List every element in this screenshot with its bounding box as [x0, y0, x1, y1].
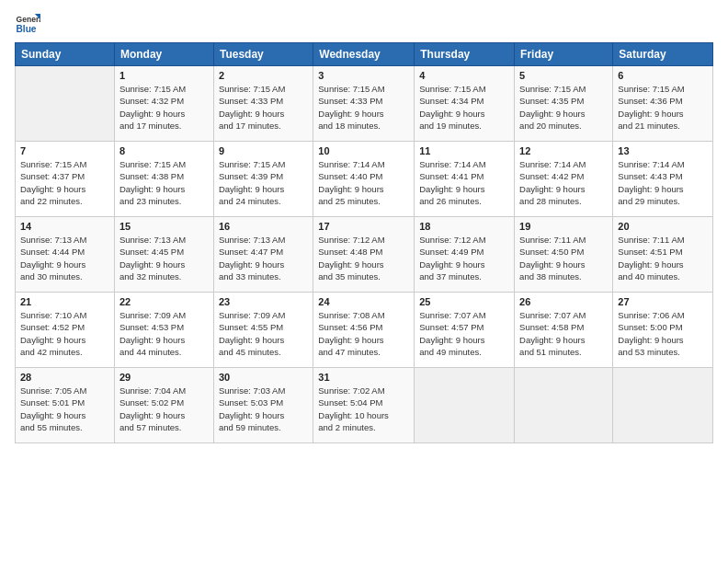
day-number: 2 — [219, 70, 308, 81]
day-number: 19 — [519, 221, 608, 232]
calendar-body: 1Sunrise: 7:15 AMSunset: 4:32 PMDaylight… — [16, 66, 713, 443]
calendar-cell: 7Sunrise: 7:15 AMSunset: 4:37 PMDaylight… — [16, 142, 115, 217]
calendar-cell — [515, 368, 613, 443]
day-number: 21 — [20, 296, 109, 307]
day-info: Sunrise: 7:09 AMSunset: 4:53 PMDaylight:… — [119, 309, 209, 358]
calendar-cell: 25Sunrise: 7:07 AMSunset: 4:57 PMDayligh… — [415, 293, 515, 368]
day-number: 12 — [519, 145, 608, 156]
svg-text:Blue: Blue — [17, 24, 37, 34]
calendar-cell: 23Sunrise: 7:09 AMSunset: 4:55 PMDayligh… — [213, 293, 313, 368]
day-info: Sunrise: 7:07 AMSunset: 4:58 PMDaylight:… — [519, 309, 608, 358]
day-info: Sunrise: 7:02 AMSunset: 5:04 PMDaylight:… — [318, 385, 409, 433]
calendar-cell: 28Sunrise: 7:05 AMSunset: 5:01 PMDayligh… — [16, 368, 115, 443]
logo-icon: General Blue — [15, 11, 40, 37]
day-number: 31 — [318, 372, 409, 383]
day-info: Sunrise: 7:14 AMSunset: 4:40 PMDaylight:… — [318, 158, 409, 207]
day-number: 14 — [20, 221, 109, 232]
day-info: Sunrise: 7:14 AMSunset: 4:42 PMDaylight:… — [519, 158, 608, 207]
day-info: Sunrise: 7:03 AMSunset: 5:03 PMDaylight:… — [219, 385, 308, 433]
day-number: 24 — [318, 296, 409, 307]
day-number: 23 — [219, 296, 308, 307]
day-info: Sunrise: 7:13 AMSunset: 4:44 PMDaylight:… — [20, 234, 109, 282]
weekday-header-tuesday: Tuesday — [213, 43, 313, 66]
day-info: Sunrise: 7:08 AMSunset: 4:56 PMDaylight:… — [318, 309, 409, 358]
day-info: Sunrise: 7:12 AMSunset: 4:49 PMDaylight:… — [419, 234, 509, 282]
day-number: 17 — [318, 221, 409, 232]
calendar-cell: 2Sunrise: 7:15 AMSunset: 4:33 PMDaylight… — [213, 66, 313, 142]
calendar-cell: 1Sunrise: 7:15 AMSunset: 4:32 PMDaylight… — [114, 66, 213, 142]
calendar-cell — [613, 368, 713, 443]
weekday-header-saturday: Saturday — [613, 43, 713, 66]
day-number: 16 — [219, 221, 308, 232]
calendar-cell: 11Sunrise: 7:14 AMSunset: 4:41 PMDayligh… — [415, 142, 515, 217]
day-info: Sunrise: 7:09 AMSunset: 4:55 PMDaylight:… — [219, 309, 308, 358]
calendar-cell: 19Sunrise: 7:11 AMSunset: 4:50 PMDayligh… — [515, 217, 613, 293]
day-number: 11 — [419, 145, 509, 156]
day-info: Sunrise: 7:15 AMSunset: 4:33 PMDaylight:… — [219, 83, 308, 132]
day-number: 3 — [318, 70, 409, 81]
weekday-header-thursday: Thursday — [415, 43, 515, 66]
day-number: 20 — [618, 221, 708, 232]
day-number: 15 — [119, 221, 209, 232]
calendar-cell: 27Sunrise: 7:06 AMSunset: 5:00 PMDayligh… — [613, 293, 713, 368]
calendar-cell: 30Sunrise: 7:03 AMSunset: 5:03 PMDayligh… — [213, 368, 313, 443]
calendar-week-1: 1Sunrise: 7:15 AMSunset: 4:32 PMDaylight… — [16, 66, 713, 142]
calendar-cell: 20Sunrise: 7:11 AMSunset: 4:51 PMDayligh… — [613, 217, 713, 293]
day-info: Sunrise: 7:13 AMSunset: 4:45 PMDaylight:… — [119, 234, 209, 282]
day-info: Sunrise: 7:15 AMSunset: 4:33 PMDaylight:… — [318, 83, 409, 132]
day-info: Sunrise: 7:11 AMSunset: 4:51 PMDaylight:… — [618, 234, 708, 282]
calendar-cell: 17Sunrise: 7:12 AMSunset: 4:48 PMDayligh… — [313, 217, 415, 293]
calendar-cell: 4Sunrise: 7:15 AMSunset: 4:34 PMDaylight… — [415, 66, 515, 142]
day-number: 30 — [219, 372, 308, 383]
weekday-header-friday: Friday — [515, 43, 613, 66]
day-number: 13 — [618, 145, 708, 156]
logo: General Blue — [15, 11, 40, 37]
day-number: 26 — [519, 296, 608, 307]
day-info: Sunrise: 7:15 AMSunset: 4:38 PMDaylight:… — [119, 158, 209, 207]
calendar-cell: 16Sunrise: 7:13 AMSunset: 4:47 PMDayligh… — [213, 217, 313, 293]
day-info: Sunrise: 7:11 AMSunset: 4:50 PMDaylight:… — [519, 234, 608, 282]
calendar-week-4: 21Sunrise: 7:10 AMSunset: 4:52 PMDayligh… — [16, 293, 713, 368]
calendar-week-3: 14Sunrise: 7:13 AMSunset: 4:44 PMDayligh… — [16, 217, 713, 293]
day-info: Sunrise: 7:14 AMSunset: 4:43 PMDaylight:… — [618, 158, 708, 207]
day-info: Sunrise: 7:15 AMSunset: 4:36 PMDaylight:… — [618, 83, 708, 132]
calendar-cell: 6Sunrise: 7:15 AMSunset: 4:36 PMDaylight… — [613, 66, 713, 142]
day-info: Sunrise: 7:15 AMSunset: 4:39 PMDaylight:… — [219, 158, 308, 207]
calendar-cell: 29Sunrise: 7:04 AMSunset: 5:02 PMDayligh… — [114, 368, 213, 443]
day-info: Sunrise: 7:15 AMSunset: 4:32 PMDaylight:… — [119, 83, 209, 132]
day-number: 25 — [419, 296, 509, 307]
day-number: 10 — [318, 145, 409, 156]
page-container: General Blue SundayMondayTuesdayWednesda… — [0, 0, 728, 451]
calendar-cell: 31Sunrise: 7:02 AMSunset: 5:04 PMDayligh… — [313, 368, 415, 443]
weekday-header-monday: Monday — [114, 43, 213, 66]
day-info: Sunrise: 7:04 AMSunset: 5:02 PMDaylight:… — [119, 385, 209, 433]
calendar-cell: 21Sunrise: 7:10 AMSunset: 4:52 PMDayligh… — [16, 293, 115, 368]
calendar-cell: 14Sunrise: 7:13 AMSunset: 4:44 PMDayligh… — [16, 217, 115, 293]
calendar-week-5: 28Sunrise: 7:05 AMSunset: 5:01 PMDayligh… — [16, 368, 713, 443]
calendar-cell: 12Sunrise: 7:14 AMSunset: 4:42 PMDayligh… — [515, 142, 613, 217]
day-info: Sunrise: 7:14 AMSunset: 4:41 PMDaylight:… — [419, 158, 509, 207]
weekday-header-row: SundayMondayTuesdayWednesdayThursdayFrid… — [16, 43, 713, 66]
calendar-cell: 13Sunrise: 7:14 AMSunset: 4:43 PMDayligh… — [613, 142, 713, 217]
day-info: Sunrise: 7:15 AMSunset: 4:34 PMDaylight:… — [419, 83, 509, 132]
calendar-table: SundayMondayTuesdayWednesdayThursdayFrid… — [15, 42, 713, 443]
calendar-cell — [415, 368, 515, 443]
calendar-cell: 10Sunrise: 7:14 AMSunset: 4:40 PMDayligh… — [313, 142, 415, 217]
day-number: 5 — [519, 70, 608, 81]
day-info: Sunrise: 7:06 AMSunset: 5:00 PMDaylight:… — [618, 309, 708, 358]
weekday-header-wednesday: Wednesday — [313, 43, 415, 66]
day-number: 18 — [419, 221, 509, 232]
day-number: 4 — [419, 70, 509, 81]
day-info: Sunrise: 7:15 AMSunset: 4:35 PMDaylight:… — [519, 83, 608, 132]
day-info: Sunrise: 7:15 AMSunset: 4:37 PMDaylight:… — [20, 158, 109, 207]
calendar-cell: 9Sunrise: 7:15 AMSunset: 4:39 PMDaylight… — [213, 142, 313, 217]
calendar-cell: 15Sunrise: 7:13 AMSunset: 4:45 PMDayligh… — [114, 217, 213, 293]
calendar-cell: 3Sunrise: 7:15 AMSunset: 4:33 PMDaylight… — [313, 66, 415, 142]
day-number: 27 — [618, 296, 708, 307]
calendar-cell: 22Sunrise: 7:09 AMSunset: 4:53 PMDayligh… — [114, 293, 213, 368]
day-info: Sunrise: 7:05 AMSunset: 5:01 PMDaylight:… — [20, 385, 109, 433]
calendar-cell: 26Sunrise: 7:07 AMSunset: 4:58 PMDayligh… — [515, 293, 613, 368]
calendar-cell: 18Sunrise: 7:12 AMSunset: 4:49 PMDayligh… — [415, 217, 515, 293]
day-number: 1 — [119, 70, 209, 81]
calendar-cell: 5Sunrise: 7:15 AMSunset: 4:35 PMDaylight… — [515, 66, 613, 142]
